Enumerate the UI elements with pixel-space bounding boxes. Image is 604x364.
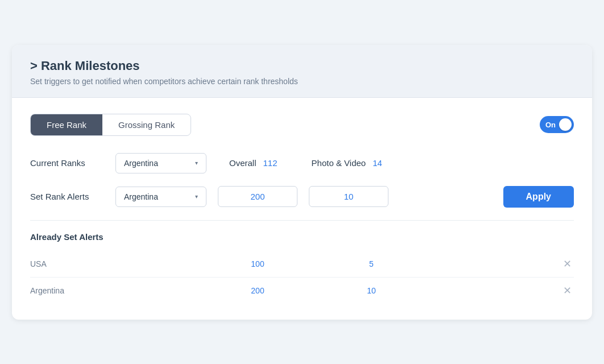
toggle-label: On [545, 121, 556, 129]
card-header: > Rank Milestones Set triggers to get no… [12, 45, 592, 98]
category-label: Photo & Video [312, 158, 366, 168]
divider [30, 220, 574, 221]
tab-grossing-rank[interactable]: Grossing Rank [102, 114, 191, 135]
alert-overall-argentina: 200 [201, 286, 315, 295]
overall-alert-input[interactable] [218, 186, 297, 207]
current-ranks-row: Current Ranks Argentina ▾ Overall 112 Ph… [30, 153, 574, 173]
current-ranks-country-dropdown[interactable]: Argentina ▾ [115, 153, 206, 173]
card-body: Free Rank Grossing Rank On Current Ranks… [12, 98, 592, 320]
current-ranks-label: Current Ranks [30, 158, 104, 168]
set-rank-alerts-label: Set Rank Alerts [30, 192, 104, 201]
delete-alert-usa[interactable]: ✕ [561, 259, 574, 269]
chevron-down-icon: ▾ [195, 160, 198, 166]
overall-label: Overall [229, 158, 257, 168]
delete-alert-argentina[interactable]: ✕ [561, 286, 574, 296]
alert-country-argentina: Argentina [30, 286, 201, 295]
toggle-knob [559, 118, 572, 131]
tab-free-rank[interactable]: Free Rank [31, 114, 102, 135]
toggle-wrapper: On [540, 116, 574, 133]
overall-value: 112 [263, 158, 278, 168]
already-set-alerts-section: Already Set Alerts USA 100 5 ✕ Argentina… [30, 232, 574, 304]
current-ranks-country-value: Argentina [124, 159, 158, 168]
apply-button[interactable]: Apply [503, 186, 574, 208]
overall-rank-info: Overall 112 [229, 158, 278, 168]
on-off-toggle[interactable]: On [540, 116, 574, 133]
rank-tabs: Free Rank Grossing Rank [30, 114, 191, 136]
category-value: 14 [373, 158, 382, 168]
rank-milestones-card: > Rank Milestones Set triggers to get no… [12, 45, 592, 320]
alert-row-argentina: Argentina 200 10 ✕ [30, 278, 574, 304]
chevron-down-icon-2: ▾ [195, 193, 198, 200]
alert-category-argentina: 10 [315, 286, 428, 295]
set-rank-alerts-row: Set Rank Alerts Argentina ▾ Apply [30, 186, 574, 208]
page-title: > Rank Milestones [30, 59, 574, 73]
alert-category-usa: 5 [315, 259, 428, 268]
alert-overall-usa: 100 [201, 259, 315, 268]
already-set-alerts-title: Already Set Alerts [30, 232, 574, 242]
alert-row-usa: USA 100 5 ✕ [30, 251, 574, 278]
category-rank-info: Photo & Video 14 [312, 158, 382, 168]
category-alert-input[interactable] [309, 186, 388, 207]
set-rank-country-dropdown[interactable]: Argentina ▾ [115, 187, 206, 207]
set-rank-country-value: Argentina [124, 192, 158, 201]
alert-country-usa: USA [30, 259, 201, 268]
page-subtitle: Set triggers to get notified when compet… [30, 77, 574, 86]
tabs-toggle-row: Free Rank Grossing Rank On [30, 114, 574, 136]
